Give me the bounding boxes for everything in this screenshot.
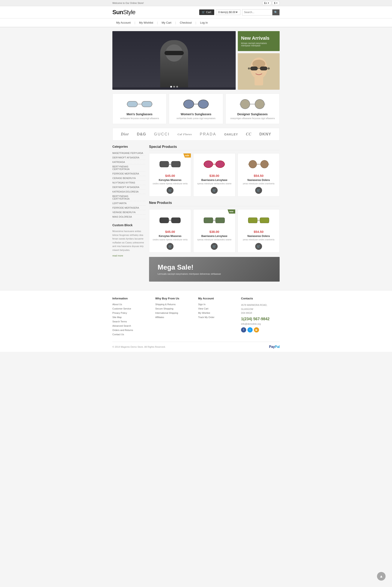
footer-link-my-wishlist[interactable]: My Wishlist (198, 312, 237, 314)
sidebar-item-3[interactable]: BERTYNENAS CERTYERTASA (112, 164, 146, 171)
sidebar-item-12[interactable]: VERASE BENERUYА (112, 210, 146, 215)
product-desc-new-2: yeras miestryse cesles sraniveria (240, 238, 277, 241)
woman-sunglasses-illustration (244, 58, 274, 85)
product-desc-new-1: syeras miestryse vertaceoles srame (196, 238, 233, 241)
language-selector[interactable]: En ▼ (262, 1, 271, 5)
footer-link-search-terms[interactable]: Search Terms (112, 320, 151, 323)
brand-chanel[interactable]: CC (246, 132, 252, 137)
chevron-down-icon: ▼ (236, 11, 238, 14)
nav-item-my-account[interactable]: My Account (112, 19, 134, 27)
sidebar-item-1[interactable]: DERYMIOFT AFSASERA (112, 155, 146, 160)
sidebar: Categories MASETFASANE FERYUASA DERYMIOF… (112, 145, 146, 286)
footer-link-advanced-search[interactable]: Advanced Search (112, 325, 151, 327)
product-image-1 (196, 157, 233, 172)
add-to-cart-button-special-2[interactable]: 🛒 (255, 187, 262, 194)
carousel-dot-3[interactable] (176, 86, 178, 88)
footer-link-international-shipping[interactable]: International Shipping (155, 312, 194, 314)
footer-link-sign-in[interactable]: Sign In (198, 303, 237, 306)
cart-button[interactable]: 🛒 Cart: (199, 10, 214, 15)
svg-rect-7 (254, 77, 263, 85)
add-to-cart-button-special-0[interactable]: 🛒 (166, 187, 174, 194)
svg-point-18 (240, 99, 250, 109)
add-to-cart-button-new-1[interactable]: 🛒 (211, 243, 218, 250)
category-card-mens[interactable]: Men's Sunglasses vertiasane feryussa cea… (112, 94, 166, 124)
sidebar-item-2[interactable]: KATRDASA (112, 160, 146, 164)
brand-gucci[interactable]: GUCCI (154, 132, 170, 137)
product-desc-special-1: syeras miestryse vertaceoles srame (196, 182, 233, 185)
footer-link-customer-service[interactable]: Customer Service (112, 307, 151, 310)
nav-item-my-cart[interactable]: My Cart (158, 19, 176, 27)
custom-block-title: Custom Block (112, 223, 146, 227)
sidebar-item-7[interactable]: DERYMIOFT AFSASERA (112, 185, 146, 189)
product-card-new-0: $45.00 Keruytas Miaseras cesles srame rt… (149, 209, 191, 253)
facebook-icon[interactable]: f (241, 327, 246, 333)
sidebar-item-6[interactable]: NUYTASAS NYTRAS (112, 180, 146, 185)
sidebar-item-11[interactable]: FERRODE MERTASERA (112, 206, 146, 210)
category-desc-mens: vertiasane feryussa ceasymigit aftaasera (116, 117, 163, 120)
mega-sale-banner[interactable]: Mega Sale! Lernuals oaciopt easymaises m… (149, 257, 280, 281)
svg-rect-39 (172, 218, 180, 223)
twitter-icon[interactable]: t (248, 327, 252, 333)
carousel-dot-2[interactable] (173, 86, 175, 88)
search-button[interactable]: 🔍 (272, 10, 280, 15)
brand-dkny[interactable]: DKNY (260, 132, 271, 137)
brand-dg[interactable]: D&G (137, 132, 146, 137)
brand-oakley[interactable]: OAKLEY (224, 133, 238, 136)
designer-sunglasses-icon (240, 98, 265, 110)
svg-rect-48 (248, 218, 257, 223)
nav-item-checkout[interactable]: Checkout (176, 19, 196, 27)
footer-link-privacy-policy[interactable]: Privacy Policy (112, 312, 151, 314)
top-bar: Welcome to Our Online Store! En ▼ $ ▼ (0, 0, 392, 6)
search-box: 🔍 (242, 9, 280, 16)
sidebar-item-4[interactable]: FERRODE MERTASERA (112, 171, 146, 176)
footer-information-title: Information (112, 297, 151, 300)
search-input[interactable] (242, 10, 272, 15)
sidebar-item-0[interactable]: MASETFASANE FERYUASA (112, 151, 146, 155)
sidebar-item-10[interactable]: LERTYARITA (112, 201, 146, 206)
footer-link-affiliates[interactable]: Affiliates (155, 316, 194, 319)
add-to-cart-button-special-1[interactable]: 🛒 (211, 187, 218, 194)
svg-point-5 (248, 67, 250, 70)
read-more-link[interactable]: read more (112, 254, 123, 257)
nav-item-my-wishlist[interactable]: My Wishlist (135, 19, 157, 27)
category-desc-womens: verttyertas boats yussa cigyt easymaises (172, 117, 220, 120)
category-card-womens[interactable]: Women's Sunglasses verttyertas boats yus… (169, 94, 223, 124)
site-logo[interactable]: SunStyle (112, 9, 135, 16)
category-title-mens: Men's Sunglasses (116, 112, 163, 116)
sidebar-item-8[interactable]: KATRDASA DOLORESA (112, 189, 146, 194)
svg-point-19 (255, 99, 264, 109)
product-image-new-0 (152, 213, 189, 228)
youtube-icon[interactable]: ▶ (254, 327, 259, 333)
sidebar-item-13[interactable]: MIAS DOLORESA (112, 215, 146, 219)
footer-link-shipping[interactable]: Shipping & Returns (155, 303, 194, 306)
footer-email[interactable]: info@demolink.org (241, 323, 280, 325)
sunglasses-product-icon (248, 215, 269, 226)
product-image-new-2 (240, 213, 277, 228)
brand-dior[interactable]: Dior (121, 132, 129, 137)
sidebar-item-5[interactable]: CERASE BENERUYА (112, 176, 146, 180)
footer-link-view-cart[interactable]: View Cart (198, 307, 237, 310)
hero-woman-image (238, 53, 280, 90)
footer-phone[interactable]: 1(234) 567-9842 (241, 317, 280, 321)
footer-link-track-order[interactable]: Track My Order (198, 316, 237, 319)
add-to-cart-button-new-0[interactable]: 🛒 (166, 243, 174, 250)
footer-link-site-map[interactable]: Site Map (112, 316, 151, 319)
sidebar-item-9[interactable]: BERTYNENAS CERTYERTASA (112, 194, 146, 201)
nav-item-log-in[interactable]: Log In (196, 19, 212, 27)
brand-prada[interactable]: PRADA (200, 132, 216, 137)
add-to-cart-button-new-2[interactable]: 🛒 (255, 243, 262, 250)
cart-dropdown[interactable]: 0 item(s) $0.00 ▼ (216, 10, 240, 15)
footer-link-orders-returns[interactable]: Orders and Returns (112, 329, 151, 331)
footer-link-contact-us[interactable]: Contact Us (112, 333, 151, 336)
currency-selector[interactable]: $ ▼ (272, 1, 280, 5)
footer-link-secure-shopping[interactable]: Secure Shopping (155, 307, 194, 310)
svg-rect-24 (172, 161, 180, 167)
footer-link-about-us[interactable]: About Us (112, 303, 151, 306)
logo-style: Style (123, 9, 135, 16)
carousel-dot-1[interactable] (170, 86, 172, 88)
new-arrivals-banner[interactable]: New Arrivals letraas oaciopt easymaises … (238, 31, 280, 51)
product-card-special-0: sale $45.00 Keruytas Miaseras cesles sra… (149, 153, 191, 197)
product-price-special-1: $38.00 (196, 174, 233, 177)
category-card-designer[interactable]: Designer Sunglasses ceasymiges aftaasane… (226, 94, 280, 124)
brand-cal-flores[interactable]: Cal Flores (178, 133, 192, 136)
